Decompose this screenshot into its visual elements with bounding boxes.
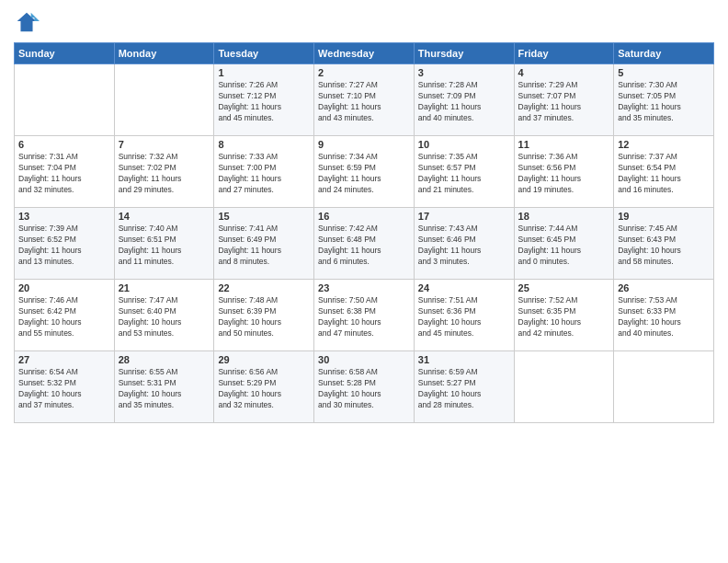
week-row-2: 13Sunrise: 7:39 AM Sunset: 6:52 PM Dayli…: [15, 208, 714, 280]
header-cell-thursday: Thursday: [414, 43, 514, 64]
day-info: Sunrise: 7:46 AM Sunset: 6:42 PM Dayligh…: [18, 295, 110, 339]
day-cell: 31Sunrise: 6:59 AM Sunset: 5:27 PM Dayli…: [414, 351, 514, 423]
header-cell-monday: Monday: [114, 43, 214, 64]
day-cell: 22Sunrise: 7:48 AM Sunset: 6:39 PM Dayli…: [214, 280, 314, 351]
calendar-page: SundayMondayTuesdayWednesdayThursdayFrid…: [0, 0, 728, 563]
day-number: 20: [18, 282, 110, 293]
day-cell: 19Sunrise: 7:45 AM Sunset: 6:43 PM Dayli…: [614, 208, 714, 280]
day-cell: 12Sunrise: 7:37 AM Sunset: 6:54 PM Dayli…: [614, 136, 714, 208]
day-info: Sunrise: 7:36 AM Sunset: 6:56 PM Dayligh…: [518, 152, 610, 196]
header-cell-saturday: Saturday: [614, 43, 714, 64]
day-cell: 11Sunrise: 7:36 AM Sunset: 6:56 PM Dayli…: [514, 136, 614, 208]
day-number: 13: [18, 211, 110, 222]
day-cell: [614, 351, 714, 423]
day-number: 12: [618, 139, 710, 150]
day-number: 2: [318, 67, 410, 78]
day-info: Sunrise: 7:44 AM Sunset: 6:45 PM Dayligh…: [518, 224, 610, 268]
day-cell: 30Sunrise: 6:58 AM Sunset: 5:28 PM Dayli…: [314, 351, 415, 423]
day-info: Sunrise: 6:54 AM Sunset: 5:32 PM Dayligh…: [18, 367, 110, 411]
day-info: Sunrise: 7:31 AM Sunset: 7:04 PM Dayligh…: [18, 152, 110, 196]
day-number: 14: [119, 211, 210, 222]
week-row-3: 20Sunrise: 7:46 AM Sunset: 6:42 PM Dayli…: [15, 280, 714, 351]
day-number: 7: [119, 139, 210, 150]
day-info: Sunrise: 6:56 AM Sunset: 5:29 PM Dayligh…: [218, 367, 310, 411]
day-number: 24: [418, 282, 510, 293]
day-cell: 20Sunrise: 7:46 AM Sunset: 6:42 PM Dayli…: [15, 280, 115, 351]
day-number: 21: [119, 282, 210, 293]
day-cell: 25Sunrise: 7:52 AM Sunset: 6:35 PM Dayli…: [514, 280, 614, 351]
day-cell: 5Sunrise: 7:30 AM Sunset: 7:05 PM Daylig…: [614, 64, 714, 136]
day-number: 19: [618, 211, 710, 222]
day-cell: 24Sunrise: 7:51 AM Sunset: 6:36 PM Dayli…: [414, 280, 514, 351]
day-info: Sunrise: 7:40 AM Sunset: 6:51 PM Dayligh…: [119, 224, 210, 268]
day-number: 27: [18, 354, 110, 365]
logo-icon: [14, 9, 40, 35]
day-info: Sunrise: 7:47 AM Sunset: 6:40 PM Dayligh…: [119, 295, 210, 339]
day-cell: 28Sunrise: 6:55 AM Sunset: 5:31 PM Dayli…: [114, 351, 214, 423]
day-info: Sunrise: 7:27 AM Sunset: 7:10 PM Dayligh…: [318, 80, 410, 124]
header: [14, 9, 714, 35]
day-info: Sunrise: 7:29 AM Sunset: 7:07 PM Dayligh…: [518, 80, 610, 124]
day-info: Sunrise: 7:30 AM Sunset: 7:05 PM Dayligh…: [618, 80, 710, 124]
day-cell: 17Sunrise: 7:43 AM Sunset: 6:46 PM Dayli…: [414, 208, 514, 280]
day-info: Sunrise: 7:28 AM Sunset: 7:09 PM Dayligh…: [418, 80, 510, 124]
day-cell: 18Sunrise: 7:44 AM Sunset: 6:45 PM Dayli…: [514, 208, 614, 280]
day-number: 9: [318, 139, 410, 150]
day-info: Sunrise: 7:45 AM Sunset: 6:43 PM Dayligh…: [618, 224, 710, 268]
day-cell: 29Sunrise: 6:56 AM Sunset: 5:29 PM Dayli…: [214, 351, 314, 423]
day-info: Sunrise: 7:41 AM Sunset: 6:49 PM Dayligh…: [218, 224, 310, 268]
day-info: Sunrise: 7:48 AM Sunset: 6:39 PM Dayligh…: [218, 295, 310, 339]
day-cell: 1Sunrise: 7:26 AM Sunset: 7:12 PM Daylig…: [214, 64, 314, 136]
day-number: 17: [418, 211, 510, 222]
day-info: Sunrise: 7:32 AM Sunset: 7:02 PM Dayligh…: [119, 152, 210, 196]
day-number: 25: [518, 282, 610, 293]
week-row-1: 6Sunrise: 7:31 AM Sunset: 7:04 PM Daylig…: [15, 136, 714, 208]
day-number: 23: [318, 282, 410, 293]
day-info: Sunrise: 7:35 AM Sunset: 6:57 PM Dayligh…: [418, 152, 510, 196]
day-number: 31: [418, 354, 510, 365]
day-cell: 6Sunrise: 7:31 AM Sunset: 7:04 PM Daylig…: [15, 136, 115, 208]
day-number: 26: [618, 282, 710, 293]
day-info: Sunrise: 6:59 AM Sunset: 5:27 PM Dayligh…: [418, 367, 510, 411]
header-cell-tuesday: Tuesday: [214, 43, 314, 64]
day-number: 18: [518, 211, 610, 222]
day-cell: 9Sunrise: 7:34 AM Sunset: 6:59 PM Daylig…: [314, 136, 415, 208]
day-info: Sunrise: 7:37 AM Sunset: 6:54 PM Dayligh…: [618, 152, 710, 196]
day-number: 5: [618, 67, 710, 78]
day-info: Sunrise: 6:58 AM Sunset: 5:28 PM Dayligh…: [318, 367, 410, 411]
day-number: 29: [218, 354, 310, 365]
day-cell: 27Sunrise: 6:54 AM Sunset: 5:32 PM Dayli…: [15, 351, 115, 423]
week-row-0: 1Sunrise: 7:26 AM Sunset: 7:12 PM Daylig…: [15, 64, 714, 136]
day-number: 3: [418, 67, 510, 78]
logo: [14, 9, 43, 35]
header-cell-wednesday: Wednesday: [314, 43, 415, 64]
day-number: 4: [518, 67, 610, 78]
calendar-body: 1Sunrise: 7:26 AM Sunset: 7:12 PM Daylig…: [15, 64, 714, 423]
day-info: Sunrise: 7:34 AM Sunset: 6:59 PM Dayligh…: [318, 152, 410, 196]
day-info: Sunrise: 7:50 AM Sunset: 6:38 PM Dayligh…: [318, 295, 410, 339]
day-number: 22: [218, 282, 310, 293]
day-number: 16: [318, 211, 410, 222]
header-cell-sunday: Sunday: [15, 43, 115, 64]
day-cell: 3Sunrise: 7:28 AM Sunset: 7:09 PM Daylig…: [414, 64, 514, 136]
day-cell: 26Sunrise: 7:53 AM Sunset: 6:33 PM Dayli…: [614, 280, 714, 351]
day-info: Sunrise: 7:53 AM Sunset: 6:33 PM Dayligh…: [618, 295, 710, 339]
day-cell: 8Sunrise: 7:33 AM Sunset: 7:00 PM Daylig…: [214, 136, 314, 208]
day-info: Sunrise: 7:52 AM Sunset: 6:35 PM Dayligh…: [518, 295, 610, 339]
day-cell: [114, 64, 214, 136]
day-number: 8: [218, 139, 310, 150]
day-number: 11: [518, 139, 610, 150]
day-number: 6: [18, 139, 110, 150]
day-cell: 21Sunrise: 7:47 AM Sunset: 6:40 PM Dayli…: [114, 280, 214, 351]
day-number: 30: [318, 354, 410, 365]
day-number: 10: [418, 139, 510, 150]
day-cell: [514, 351, 614, 423]
header-row: SundayMondayTuesdayWednesdayThursdayFrid…: [15, 43, 714, 64]
day-info: Sunrise: 6:55 AM Sunset: 5:31 PM Dayligh…: [119, 367, 210, 411]
day-number: 1: [218, 67, 310, 78]
day-cell: 4Sunrise: 7:29 AM Sunset: 7:07 PM Daylig…: [514, 64, 614, 136]
day-info: Sunrise: 7:42 AM Sunset: 6:48 PM Dayligh…: [318, 224, 410, 268]
day-info: Sunrise: 7:26 AM Sunset: 7:12 PM Dayligh…: [218, 80, 310, 124]
day-cell: 16Sunrise: 7:42 AM Sunset: 6:48 PM Dayli…: [314, 208, 415, 280]
day-info: Sunrise: 7:51 AM Sunset: 6:36 PM Dayligh…: [418, 295, 510, 339]
